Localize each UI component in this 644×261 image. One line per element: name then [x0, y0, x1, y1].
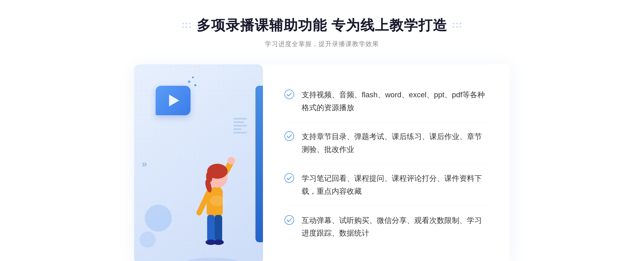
accent-bar	[255, 86, 263, 242]
feature-item-4: 互动弹幕、试听购买、微信分享、观看次数限制、学习进度跟踪、数据统计	[284, 206, 488, 248]
check-icon-1	[284, 90, 294, 99]
check-icon-4	[284, 215, 294, 225]
svg-point-17	[285, 215, 294, 225]
left-panel: »	[134, 64, 263, 261]
svg-point-15	[285, 132, 294, 141]
title-row: 多项录播课辅助功能 专为线上教学打造	[182, 16, 462, 35]
header-section: 多项录播课辅助功能 专为线上教学打造 学习进度全掌握，提升录播课教学效果	[182, 16, 462, 48]
title-decoration-right	[453, 23, 462, 28]
chevron-left-icon: »	[142, 159, 147, 169]
feature-item-3: 学习笔记回看、课程提问、课程评论打分、课件资料下载，重点内容收藏	[284, 164, 488, 206]
feature-text-4: 互动弹幕、试听购买、微信分享、观看次数限制、学习进度跟踪、数据统计	[302, 214, 488, 240]
page-container: 多项录播课辅助功能 专为线上教学打造 学习进度全掌握，提升录播课教学效果	[0, 0, 644, 261]
feature-item-1: 支持视频、音频、flash、word、excel、ppt、pdf等各种格式的资源…	[284, 80, 488, 122]
svg-point-12	[228, 157, 235, 165]
svg-rect-8	[207, 215, 215, 242]
feature-text-1: 支持视频、音频、flash、word、excel、ppt、pdf等各种格式的资源…	[302, 88, 488, 114]
svg-point-14	[285, 90, 294, 99]
right-panel: 支持视频、音频、flash、word、excel、ppt、pdf等各种格式的资源…	[263, 64, 510, 261]
circle-large-decoration	[145, 205, 172, 232]
feature-item-2: 支持章节目录、弹题考试、课后练习、课后作业、章节测验、批改作业	[284, 122, 488, 164]
svg-point-11	[213, 240, 224, 245]
play-triangle-icon	[169, 95, 179, 106]
page-subtitle: 学习进度全掌握，提升录播课教学效果	[265, 40, 379, 48]
check-icon-2	[284, 131, 294, 141]
feature-text-3: 学习笔记回看、课程提问、课程评论打分、课件资料下载，重点内容收藏	[302, 172, 488, 197]
svg-point-0	[188, 258, 237, 261]
play-bubble	[156, 86, 191, 115]
check-icon-3	[284, 173, 294, 183]
title-decoration-left	[182, 23, 191, 28]
page-title: 多项录播课辅助功能 专为线上教学打造	[197, 16, 447, 35]
person-illustration	[178, 130, 247, 261]
svg-point-13	[210, 195, 225, 206]
svg-point-16	[285, 173, 294, 182]
content-section: »	[134, 64, 510, 261]
feature-text-2: 支持章节目录、弹题考试、课后练习、课后作业、章节测验、批改作业	[302, 130, 488, 156]
svg-rect-9	[215, 215, 222, 242]
circle-small-decoration	[140, 232, 156, 248]
